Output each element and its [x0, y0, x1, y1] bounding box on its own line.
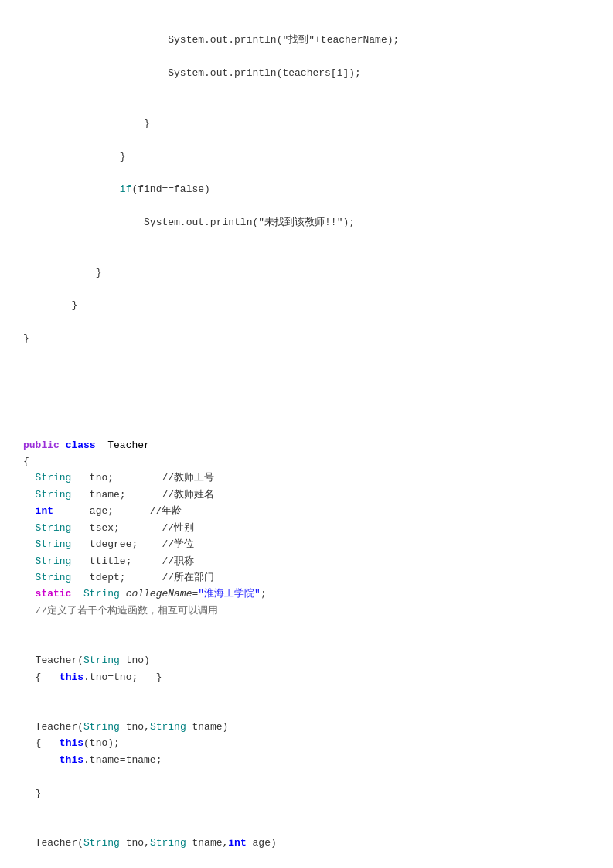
field-tsex: String tsex; //性别: [23, 522, 194, 534]
constructor-1-sig: Teacher(String tno): [23, 654, 150, 666]
line-7: }: [23, 267, 101, 279]
line-6: System.out.println("未找到该教师!!");: [23, 217, 355, 228]
blank-line-1: [23, 638, 36, 650]
line-3: }: [23, 118, 150, 129]
field-tno: String tno; //教师工号: [23, 472, 214, 484]
line-4: }: [23, 151, 126, 162]
field-ttitle: String ttitle; //职称: [23, 555, 194, 567]
open-brace: {: [23, 456, 29, 467]
line-9: }: [23, 333, 29, 344]
class-declaration: public class Teacher: [23, 439, 150, 451]
comment-constructors: //定义了若干个构造函数，相互可以调用: [23, 605, 218, 617]
constructor-2-open: { this(tno);: [23, 737, 120, 749]
blank-line-3: [23, 821, 36, 832]
field-static: static String collegeName="淮海工学院";: [23, 588, 267, 600]
constructor-2-close: }: [23, 788, 41, 799]
code-editor: System.out.println("找到"+teacherName); Sy…: [23, 15, 590, 397]
blank-line-2: [23, 705, 36, 716]
field-tname: String tname; //教师姓名: [23, 489, 214, 501]
line-5: if(find==false): [23, 183, 210, 195]
constructor-1-open: { this.tno=tno; }: [23, 672, 162, 683]
constructor-2-sig: Teacher(String tno,String tname): [23, 721, 228, 733]
code-block-2: public class Teacher { String tno; //教师工…: [23, 420, 590, 851]
constructor-3-sig: Teacher(String tno,String tname,int age): [23, 837, 277, 849]
field-age: int age; //年龄: [23, 505, 182, 517]
line-2: System.out.println(teachers[i]);: [23, 67, 361, 79]
line-1: System.out.println("找到"+teacherName);: [23, 34, 399, 46]
constructor-2-body: this.tname=tname;: [23, 754, 162, 766]
field-tdept: String tdept; //所在部门: [23, 572, 214, 583]
field-tdegree: String tdegree; //学位: [23, 538, 194, 550]
line-8: }: [23, 299, 77, 311]
